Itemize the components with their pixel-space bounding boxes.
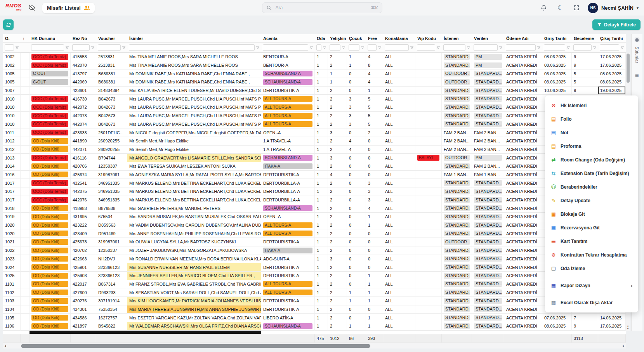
cell-oda[interactable]: 1	[315, 128, 328, 137]
cell-rez[interactable]: 420706	[71, 162, 96, 171]
cell-konaklama[interactable]: ALL	[383, 263, 415, 272]
cell-sort[interactable]	[21, 162, 30, 171]
cell-odeme[interactable]: ACENTA KREDİ	[504, 297, 542, 305]
cell-hk[interactable]: OCC (Dolu Temiz)	[30, 120, 71, 129]
cell-konaklama[interactable]: ALL	[383, 78, 415, 87]
cell-yetiskin[interactable]: 3	[328, 128, 347, 137]
col-header-yetiskin[interactable]: Yetişkin	[328, 34, 347, 43]
cell-voucher[interactable]: B042673	[96, 103, 127, 112]
cell-cocuk[interactable]: 1	[347, 61, 366, 70]
cell-o[interactable]: 1017	[3, 196, 21, 205]
cell-acenta[interactable]: SCHAUINSLAND-A	[261, 204, 315, 213]
cell-konaklama[interactable]: ALL	[383, 229, 415, 238]
menu-item[interactable]: ▤Folio	[545, 112, 638, 126]
cell-verilen[interactable]: STANDARD...	[472, 179, 504, 187]
cell-hk[interactable]: OD (Dolu Kirli)	[30, 204, 71, 213]
cell-vip[interactable]	[415, 137, 442, 146]
cell-vip[interactable]	[415, 103, 442, 112]
cell-vip[interactable]	[415, 162, 442, 171]
col-header-verilen[interactable]: Verilen	[472, 34, 504, 43]
cell-vip[interactable]	[415, 280, 442, 289]
cell-isimler[interactable]: Mrs ANNE ROSENHAHN,Mr PHILIPP ROSENHAHN,…	[127, 229, 261, 238]
fullscreen-button[interactable]	[571, 3, 582, 13]
cell-cikis[interactable]: 08.06.2025	[598, 78, 626, 87]
cell-cikis[interactable]: 17.06.2025	[598, 53, 626, 61]
cell-acenta[interactable]: DERTOURBILLA-A	[261, 187, 315, 196]
cell-verilen[interactable]: STANDARD...	[472, 305, 504, 314]
cell-isimler[interactable]: Mr DOMINIK RABE,Mrs KATHARINA RABE,Chd E…	[127, 69, 261, 78]
cell-free[interactable]: 0	[366, 305, 383, 314]
cell-isimler[interactable]: Mr AGNIESZKA MARIA SYLLA,Mr RAFAL PIOTR …	[127, 171, 261, 179]
cell-rez[interactable]: 442075	[71, 187, 96, 196]
cell-istenen[interactable]: STANDARD...	[442, 112, 472, 120]
cell-yetiskin[interactable]: 2	[328, 221, 347, 230]
cell-hk[interactable]: OD (Dolu Kirli)	[30, 213, 71, 221]
col-header-cocuk[interactable]: Çocuk	[347, 34, 366, 43]
cell-cocuk[interactable]: 0	[347, 78, 366, 87]
cell-free[interactable]: 8	[366, 61, 383, 70]
cell-giris[interactable]: 07.06.2025	[542, 314, 572, 322]
cell-rez[interactable]: 425674	[71, 171, 96, 179]
cell-isimler[interactable]: Mr VADIM DUBENTSOV,Mrs CAROLIN DUBENTSOV…	[127, 221, 261, 230]
cell-vip[interactable]	[415, 87, 442, 95]
cell-vip[interactable]	[415, 78, 442, 87]
filter-funnel-icon[interactable]	[378, 46, 382, 50]
cell-verilen[interactable]: STANDARD...	[472, 288, 504, 297]
cell-o[interactable]: 1011	[3, 128, 21, 137]
cell-oda[interactable]: 1	[315, 95, 328, 103]
cell-oda[interactable]: 1	[315, 87, 328, 95]
menu-item[interactable]: ▢Oda İzleme	[545, 262, 638, 275]
cell-acenta[interactable]: BENTOUR-A	[261, 53, 315, 61]
cell-o[interactable]: 1105	[3, 314, 21, 322]
cell-giris[interactable]: 08.06.2025	[542, 322, 572, 331]
cell-voucher[interactable]: 2501DEHC...	[96, 128, 127, 137]
cell-yetiskin[interactable]: 3	[328, 255, 347, 264]
cell-voucher[interactable]: B794744	[96, 154, 127, 162]
search-input[interactable]	[275, 5, 368, 11]
cell-free[interactable]: 5	[366, 112, 383, 120]
cell-oda[interactable]: 1	[315, 171, 328, 179]
cell-isimler[interactable]: Mr Semih Mert,Mr Hugo Ekitike	[127, 146, 261, 154]
cell-konaklama[interactable]: ALL	[383, 204, 415, 213]
cell-isimler[interactable]: Mrs EWA TERESA SUJKA,Mr LESZEK ANTONI SU…	[127, 162, 261, 171]
cell-cocuk[interactable]: 1	[347, 297, 366, 305]
cell-cikis[interactable]: 17.06.2025	[598, 61, 626, 70]
cell-odeme[interactable]: ACENTA KREDİ	[504, 305, 542, 314]
filter-input-istenen[interactable]	[443, 44, 465, 51]
table-row[interactable]: 1011OCC (Dolu Temiz)4236332501DEHC...Mr …	[3, 128, 626, 137]
cell-verilen[interactable]: PM	[472, 53, 504, 61]
cell-oda[interactable]: 1	[315, 255, 328, 264]
cell-vip[interactable]	[415, 179, 442, 187]
cell-rez[interactable]: 442070	[71, 61, 96, 70]
filter-funnel-icon[interactable]	[436, 46, 440, 50]
cell-vip[interactable]	[415, 120, 442, 129]
cell-verilen[interactable]: FAM 2 BAN...	[472, 137, 504, 146]
filter-input-giris[interactable]	[544, 44, 565, 51]
cell-rez[interactable]: 434301	[71, 305, 96, 314]
cell-acenta[interactable]: ALL TOURS-A	[261, 120, 315, 129]
cell-yetiskin[interactable]: 2	[328, 297, 347, 305]
cell-konaklama[interactable]: ALL	[383, 137, 415, 146]
cell-cikis[interactable]: 19.06.2025	[598, 87, 626, 95]
cell-hk[interactable]: C-OUT	[30, 78, 71, 87]
cell-o[interactable]: 1012	[3, 137, 21, 146]
cell-hk[interactable]: OD (Dolu Kirli)	[30, 146, 71, 154]
cell-yetiskin[interactable]: 2	[328, 314, 347, 322]
cell-vip[interactable]	[415, 112, 442, 120]
cell-isimler[interactable]: Mrs TINA MELANIE ROOS,Mrs SARA MICHELLE …	[127, 53, 261, 61]
cell-o[interactable]: 1016	[3, 171, 21, 179]
cell-rez[interactable]: 442072	[71, 103, 96, 112]
cell-acenta[interactable]: OPEN -A	[261, 213, 315, 221]
cell-o[interactable]: 1017	[3, 187, 21, 196]
cell-rez[interactable]: 442076	[71, 196, 96, 205]
tab-misafir-listesi[interactable]: Misafir Listesi	[42, 3, 95, 13]
filter-funnel-icon[interactable]	[122, 46, 126, 50]
cell-rez[interactable]: 428409	[71, 229, 96, 238]
cell-oda[interactable]: 1	[315, 112, 328, 120]
cell-yetiskin[interactable]: 2	[328, 263, 347, 272]
cell-konaklama[interactable]: ALL	[383, 187, 415, 196]
cell-cocuk[interactable]: 0	[347, 179, 366, 187]
cell-o[interactable]: 1106	[3, 322, 21, 331]
cell-oda[interactable]: 1	[315, 263, 328, 272]
cell-istenen[interactable]: OUTDOOR ...	[442, 69, 472, 78]
